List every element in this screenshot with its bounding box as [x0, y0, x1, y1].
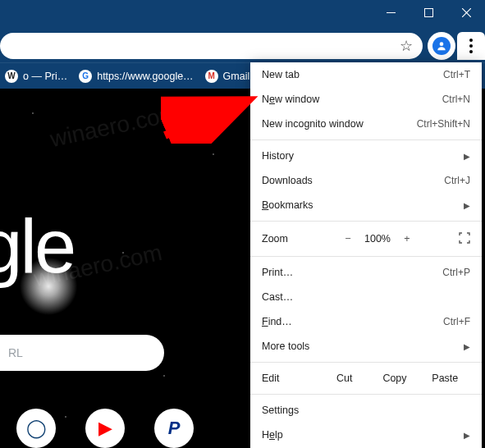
- bookmark-label: o — Pri…: [23, 71, 67, 82]
- favicon-icon: W: [5, 70, 18, 83]
- google-logo: oogle: [0, 203, 74, 290]
- menu-shortcut: Ctrl+T: [443, 69, 470, 80]
- menu-new-tab[interactable]: New tab Ctrl+T: [250, 62, 482, 87]
- favicon-icon: M: [205, 70, 218, 83]
- bookmark-star-icon[interactable]: ☆: [400, 37, 413, 55]
- chevron-right-icon: ▶: [464, 342, 470, 351]
- minimize-button[interactable]: [372, 0, 410, 25]
- menu-separator: [250, 139, 482, 140]
- window-titlebar: [0, 0, 485, 30]
- menu-settings[interactable]: Settings: [250, 398, 482, 423]
- menu-downloads[interactable]: Downloads Ctrl+J: [250, 168, 482, 193]
- paste-button[interactable]: Paste: [420, 373, 470, 384]
- menu-label: Find…: [262, 316, 292, 327]
- menu-label: New tab: [262, 69, 300, 80]
- menu-label: Help: [262, 429, 283, 441]
- menu-label: Settings: [262, 405, 299, 416]
- search-placeholder: RL: [8, 346, 23, 359]
- menu-separator: [250, 221, 482, 222]
- edit-label: Edit: [262, 373, 319, 384]
- zoom-label: Zoom: [262, 233, 336, 245]
- menu-find[interactable]: Find… Ctrl+F: [250, 309, 482, 334]
- menu-label: Downloads: [262, 175, 313, 186]
- profile-button[interactable]: [428, 32, 455, 60]
- shortcut-youtube[interactable]: ▶: [85, 409, 125, 448]
- youtube-icon: ▶: [98, 418, 112, 439]
- menu-shortcut: Ctrl+F: [443, 316, 470, 327]
- svg-point-6: [469, 44, 473, 48]
- menu-more-tools[interactable]: More tools ▶: [250, 334, 482, 359]
- zoom-value: 100%: [360, 233, 395, 245]
- menu-shortcut: Ctrl+J: [444, 175, 470, 186]
- chevron-right-icon: ▶: [464, 201, 470, 210]
- bookmark-label: https://www.google…: [97, 71, 193, 82]
- menu-separator: [250, 362, 482, 363]
- paypal-icon: P: [168, 418, 181, 439]
- favicon-icon: G: [79, 70, 92, 83]
- cut-button[interactable]: Cut: [319, 373, 369, 384]
- chevron-right-icon: ▶: [464, 152, 470, 161]
- menu-separator: [250, 394, 482, 395]
- menu-label: New incognito window: [262, 118, 364, 130]
- bookmark-item[interactable]: M Gmail: [205, 70, 250, 83]
- fullscreen-icon: [459, 232, 470, 244]
- menu-history[interactable]: History ▶: [250, 144, 482, 168]
- kebab-icon: [469, 39, 473, 53]
- menu-cast[interactable]: Cast…: [250, 285, 482, 309]
- chevron-right-icon: ▶: [464, 431, 470, 440]
- menu-label: Cast…: [262, 291, 293, 303]
- copy-button[interactable]: Copy: [369, 373, 419, 384]
- menu-shortcut: Ctrl+N: [442, 94, 470, 105]
- menu-label: Print…: [262, 267, 293, 278]
- svg-point-7: [469, 50, 473, 53]
- zoom-in-button[interactable]: +: [395, 233, 419, 245]
- menu-print[interactable]: Print… Ctrl+P: [250, 260, 482, 285]
- close-button[interactable]: [447, 0, 485, 25]
- menu-label: More tools: [262, 341, 309, 352]
- svg-point-4: [440, 42, 444, 46]
- menu-shortcut: Ctrl+P: [442, 267, 470, 278]
- shortcuts-row: ◯ ▶ P: [16, 409, 194, 448]
- shortcut-paypal[interactable]: P: [154, 409, 194, 448]
- bookmark-label: Gmail: [223, 71, 250, 82]
- fullscreen-button[interactable]: [459, 232, 470, 246]
- maximize-button[interactable]: [410, 0, 447, 25]
- shortcut-icon: ◯: [26, 418, 47, 439]
- chrome-menu: New tab Ctrl+T New window Ctrl+N New inc…: [250, 62, 482, 448]
- menu-label: History: [262, 150, 294, 162]
- bookmark-item[interactable]: G https://www.google…: [79, 70, 193, 83]
- browser-toolbar: ☆: [0, 30, 485, 62]
- profile-avatar-icon: [432, 37, 451, 55]
- menu-help[interactable]: Help ▶: [250, 423, 482, 447]
- menu-label: New window: [262, 94, 319, 105]
- menu-shortcut: Ctrl+Shift+N: [417, 118, 470, 130]
- bookmark-item[interactable]: W o — Pri…: [5, 70, 67, 83]
- chrome-menu-button[interactable]: [457, 32, 485, 60]
- menu-bookmarks[interactable]: Bookmarks ▶: [250, 193, 482, 217]
- shortcut-item[interactable]: ◯: [16, 409, 56, 448]
- google-search-input[interactable]: RL: [0, 335, 164, 371]
- svg-point-5: [469, 39, 473, 42]
- menu-zoom-row: Zoom − 100% +: [250, 225, 482, 253]
- menu-new-window[interactable]: New window Ctrl+N: [250, 87, 482, 112]
- menu-separator: [250, 256, 482, 257]
- address-bar[interactable]: ☆: [0, 33, 423, 59]
- zoom-out-button[interactable]: −: [336, 233, 360, 245]
- menu-edit-row: Edit Cut Copy Paste: [250, 366, 482, 391]
- menu-new-incognito-window[interactable]: New incognito window Ctrl+Shift+N: [250, 112, 482, 136]
- svg-rect-1: [424, 8, 432, 16]
- menu-label: Bookmarks: [262, 199, 313, 211]
